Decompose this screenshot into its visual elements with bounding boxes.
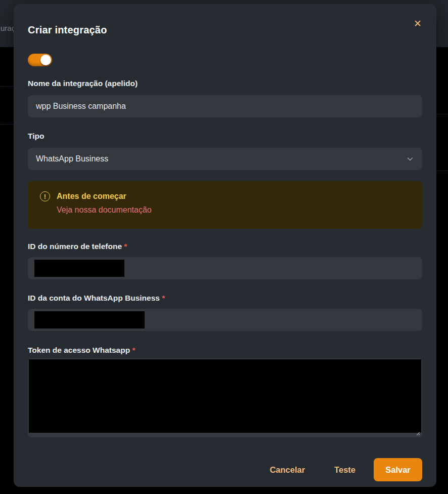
required-asterisk: * [132, 346, 135, 354]
modal-footer: Cancelar Teste Salvar [28, 458, 422, 481]
modal-title: Criar integração [28, 23, 422, 36]
chevron-down-icon [406, 155, 414, 163]
phone-id-field-label: ID do número de telefone * [28, 241, 422, 251]
alert-circle-icon: ! [40, 191, 50, 201]
background-divider [0, 124, 14, 125]
required-asterisk: * [162, 294, 165, 302]
token-field-label: Token de acesso Whatsapp * [28, 345, 422, 355]
background-divider [436, 171, 448, 171]
required-asterisk: * [124, 242, 127, 251]
resize-handle-icon[interactable] [415, 432, 420, 436]
test-button[interactable]: Teste [324, 460, 366, 480]
save-button[interactable]: Salvar [374, 458, 422, 481]
toggle-knob [40, 55, 51, 65]
background-divider [436, 114, 448, 114]
redacted-value [29, 359, 421, 433]
background-divider [0, 86, 14, 87]
warning-title: Antes de começar [57, 192, 126, 201]
redacted-value [34, 311, 145, 328]
phone-id-input[interactable] [28, 257, 422, 279]
type-select[interactable]: WhatsApp Business [28, 148, 422, 170]
access-token-textarea[interactable] [28, 358, 422, 437]
documentation-link[interactable]: Veja nossa documentação [57, 205, 152, 215]
enabled-toggle[interactable] [28, 54, 52, 66]
warning-banner: ! Antes de começar Veja nossa documentaç… [28, 181, 422, 229]
cancel-button[interactable]: Cancelar [259, 460, 315, 480]
account-id-input[interactable] [28, 309, 422, 331]
name-field-label: Nome da integração (apelido) [28, 78, 422, 88]
type-select-value: WhatsApp Business [36, 154, 108, 163]
integration-name-input[interactable] [28, 95, 422, 117]
close-icon[interactable]: ✕ [410, 16, 425, 31]
type-field-label: Tipo [28, 131, 422, 141]
account-id-field-label: ID da conta do WhatsApp Business * [28, 293, 422, 303]
redacted-value [34, 260, 124, 277]
background-partial-nav-text: uraç [1, 24, 15, 32]
create-integration-modal: ✕ Criar integração Nome da integração (a… [14, 4, 436, 487]
